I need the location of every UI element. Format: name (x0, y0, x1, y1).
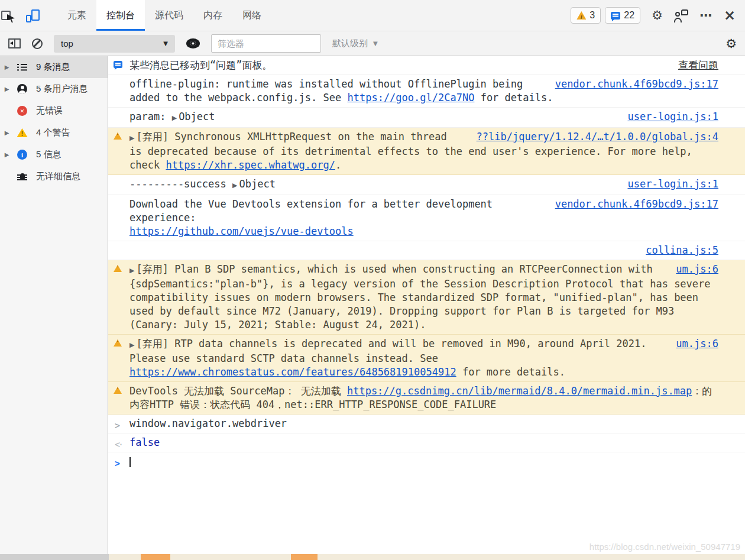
inspect-element-icon[interactable] (1, 9, 13, 21)
panel-tab-4[interactable]: 网络 (232, 0, 271, 31)
source-location: ??lib/jquery/1.12.4/…t/1.0.0/global.js:4 (477, 130, 718, 144)
panel-tab-1[interactable]: 控制台 (96, 0, 145, 31)
message-content: ??lib/jquery/1.12.4/…t/1.0.0/global.js:4… (129, 130, 718, 172)
object-preview[interactable]: ▶Object (172, 111, 215, 122)
message-content: um.js:6▶[弃用] Plan B SDP semantics, which… (129, 263, 718, 332)
message-link[interactable]: https://goo.gl/2Ca7NO (347, 92, 474, 103)
settings-gear-icon[interactable]: ⚙ (652, 9, 663, 22)
source-location: vendor.chunk.4f69bcd9.js:17 (555, 198, 718, 211)
prompt-marker: > (115, 457, 120, 471)
message-link[interactable]: https://g.csdnimg.cn/lib/mermaid/8.4.0/m… (347, 385, 692, 397)
source-location-link[interactable]: um.js:6 (676, 338, 718, 349)
warnings-count: 3 (589, 10, 595, 21)
message-text: [弃用] RTP data channels is deprecated and… (129, 338, 647, 364)
issue-badges: 3 22 (571, 7, 640, 24)
console-toolbar: top ▼ 默认级别 ▼ ⚙ (0, 31, 745, 56)
source-location-link[interactable]: um.js:6 (676, 263, 718, 275)
source-location: collina.js:5 (646, 244, 718, 257)
source-location: 查看问题 (678, 59, 718, 72)
context-value: top (61, 38, 73, 48)
expand-arrow-icon[interactable]: ▶ (4, 130, 10, 136)
sidebar-item-2[interactable]: ▶无错误 (0, 100, 108, 122)
console-message-log: vendor.chunk.4f69bcd9.js:17Download the … (108, 195, 745, 241)
expand-arrow-icon[interactable]: ▶ (4, 151, 10, 158)
clear-console-icon[interactable] (32, 38, 43, 49)
sidebar-item-label: 5 信息 (36, 149, 61, 160)
object-label: Object (239, 178, 275, 190)
expand-arrow-icon[interactable]: ▶ (4, 86, 10, 92)
message-content: vendor.chunk.4f69bcd9.js:17offline-plugi… (129, 77, 718, 105)
page-strip-segment (0, 554, 109, 560)
source-location-link[interactable]: user-login.js:1 (627, 178, 718, 190)
chevron-down-icon: ▼ (373, 40, 378, 47)
filter-input[interactable] (211, 34, 321, 53)
console-message-info: 查看问题某些消息已移动到“问题”面板。 (108, 56, 745, 75)
device-toolbar-icon[interactable] (26, 9, 40, 22)
sidebar-item-1[interactable]: ▶5 条用户消息 (0, 78, 108, 100)
feedback-icon[interactable] (674, 9, 688, 22)
warning-icon (114, 387, 122, 394)
message-content: false (129, 436, 718, 449)
source-location: um.js:6 (676, 337, 718, 351)
sidebar-item-5[interactable]: ▶无详细信息 (0, 166, 108, 187)
console-sidebar: ▶9 条消息▶5 条用户消息▶无错误▶4 个警告▶5 信息▶无详细信息 (0, 56, 108, 554)
source-location-link[interactable]: 查看问题 (678, 60, 718, 71)
message-link[interactable]: https://www.chromestatus.com/features/64… (129, 366, 456, 378)
panel-tab-3[interactable]: 内存 (193, 0, 232, 31)
object-preview[interactable]: ▶Object (232, 178, 276, 190)
warnings-badge[interactable]: 3 (571, 7, 601, 24)
source-location-link[interactable]: ??lib/jquery/1.12.4/…t/1.0.0/global.js:4 (477, 131, 718, 143)
more-options-icon[interactable]: ⋯ (699, 9, 712, 22)
expand-arrow-icon[interactable]: ▶ (232, 182, 237, 189)
javascript-context-selector[interactable]: top ▼ (54, 35, 175, 53)
expand-arrow-icon[interactable]: ▶ (129, 267, 134, 274)
message-link[interactable]: https://github.com/vuejs/vue-devtools (129, 225, 354, 237)
source-location-link[interactable]: vendor.chunk.4f69bcd9.js:17 (555, 78, 718, 90)
devtools-tabbar: 元素控制台源代码内存网络 3 22 ⚙ ⋯ × (0, 0, 745, 31)
command-marker: > (115, 419, 120, 433)
sidebar-item-4[interactable]: ▶5 信息 (0, 144, 108, 166)
console-messages-badge[interactable]: 22 (605, 7, 640, 24)
chevron-down-icon: ▼ (163, 40, 168, 47)
warning-icon (114, 265, 122, 272)
page-strip-segment (170, 554, 291, 560)
live-expression-eye-icon[interactable] (186, 38, 200, 48)
console-panel[interactable]: 查看问题某些消息已移动到“问题”面板。vendor.chunk.4f69bcd9… (108, 56, 745, 554)
sidebar-item-label: 4 个警告 (36, 127, 70, 138)
console-message-warning: um.js:6▶[弃用] RTP data channels is deprec… (108, 335, 745, 382)
result-value: false (129, 436, 160, 448)
console-settings-gear-icon[interactable]: ⚙ (725, 37, 737, 51)
devtools-window: 元素控制台源代码内存网络 3 22 ⚙ ⋯ × top ▼ (0, 0, 745, 560)
source-location-link[interactable]: vendor.chunk.4f69bcd9.js:17 (555, 198, 718, 210)
message-text: 某些消息已移动到“问题”面板。 (129, 59, 272, 71)
message-text: DevTools 无法加载 SourceMap： 无法加载 (129, 385, 347, 397)
console-main: ▶9 条消息▶5 条用户消息▶无错误▶4 个警告▶5 信息▶无详细信息 查看问题… (0, 56, 745, 554)
message-content: window.navigator.webdriver (129, 417, 718, 430)
source-location-link[interactable]: collina.js:5 (646, 244, 718, 256)
expand-arrow-icon[interactable]: ▶ (172, 114, 177, 122)
panel-tab-2[interactable]: 源代码 (145, 0, 193, 31)
close-icon[interactable]: × (724, 8, 736, 22)
expand-arrow-icon[interactable]: ▶ (129, 134, 134, 142)
page-strip-segment (141, 554, 170, 560)
sidebar-item-3[interactable]: ▶4 个警告 (0, 122, 108, 144)
expand-arrow-icon[interactable]: ▶ (129, 341, 134, 349)
message-text: [弃用] Plan B SDP semantics, which is used… (129, 263, 711, 331)
console-sidebar-toggle-icon[interactable] (8, 38, 21, 48)
console-message-command: >window.navigator.webdriver (108, 415, 745, 433)
console-message-result: <·false (108, 433, 745, 452)
page-strip-segment (291, 554, 318, 560)
sidebar-item-0[interactable]: ▶9 条消息 (0, 56, 108, 78)
panel-tab-0[interactable]: 元素 (57, 0, 96, 31)
object-label: Object (179, 111, 215, 122)
console-message-warning: ??lib/jquery/1.12.4/…t/1.0.0/global.js:4… (108, 128, 745, 175)
message-link[interactable]: https://xhr.spec.whatwg.org/ (166, 159, 335, 171)
message-text: for details. (474, 92, 553, 103)
source-location-link[interactable]: user-login.js:1 (627, 111, 718, 122)
log-level-selector[interactable]: 默认级别 ▼ (332, 38, 378, 49)
source-location: vendor.chunk.4f69bcd9.js:17 (555, 77, 718, 91)
message-content: 查看问题某些消息已移动到“问题”面板。 (129, 59, 718, 72)
message-text: ---------success (129, 178, 232, 190)
result-marker: <· (115, 438, 122, 452)
expand-arrow-icon[interactable]: ▶ (4, 64, 10, 70)
